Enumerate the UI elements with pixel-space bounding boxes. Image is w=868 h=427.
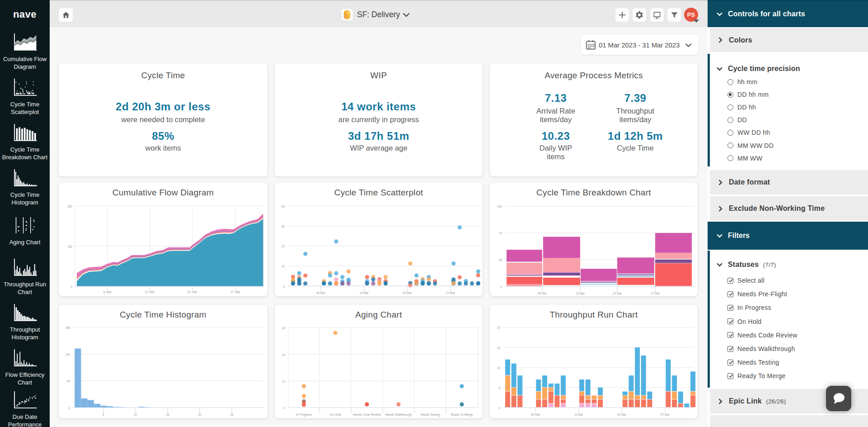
svg-text:30: 30 <box>282 327 286 330</box>
svg-text:20: 20 <box>497 326 501 329</box>
svg-text:Needs Code Review: Needs Code Review <box>353 413 381 416</box>
svg-text:0: 0 <box>283 285 285 288</box>
svg-text:13. Mar: 13. Mar <box>145 290 155 294</box>
svg-text:20 Mar: 20 Mar <box>403 291 412 294</box>
svg-text:50: 50 <box>67 380 70 383</box>
svg-text:20: 20 <box>198 413 202 416</box>
svg-text:20 Mar: 20 Mar <box>617 413 627 416</box>
svg-text:100: 100 <box>67 245 72 248</box>
svg-text:20: 20 <box>282 245 285 248</box>
svg-text:27. Mar: 27. Mar <box>230 290 241 294</box>
svg-text:06 Mar: 06 Mar <box>538 292 547 295</box>
svg-text:70: 70 <box>499 232 502 235</box>
svg-text:10: 10 <box>134 413 137 416</box>
svg-text:15: 15 <box>497 346 501 350</box>
svg-text:25: 25 <box>230 413 234 416</box>
svg-text:0: 0 <box>68 407 70 410</box>
svg-text:27 Mar: 27 Mar <box>446 291 455 294</box>
svg-text:Needs Walkthrough: Needs Walkthrough <box>385 413 412 417</box>
svg-text:In Progress: In Progress <box>296 413 312 417</box>
svg-text:10: 10 <box>497 366 501 370</box>
svg-text:20: 20 <box>282 353 286 356</box>
svg-text:0: 0 <box>498 407 500 410</box>
svg-text:13 Mar: 13 Mar <box>359 291 369 294</box>
svg-text:0: 0 <box>70 285 72 289</box>
svg-text:0: 0 <box>283 407 285 410</box>
svg-text:150: 150 <box>65 326 70 329</box>
svg-text:06 Mar: 06 Mar <box>316 291 326 294</box>
svg-text:Needs Testing: Needs Testing <box>421 413 440 417</box>
svg-text:06 Mar: 06 Mar <box>531 413 540 416</box>
svg-text:5: 5 <box>103 413 104 416</box>
svg-text:27 Mar: 27 Mar <box>651 292 660 295</box>
svg-text:Ready To Merge: Ready To Merge <box>450 413 473 417</box>
svg-text:30: 30 <box>282 225 285 228</box>
svg-text:200: 200 <box>67 205 72 208</box>
svg-text:35: 35 <box>499 258 502 261</box>
svg-text:10: 10 <box>282 265 285 268</box>
svg-text:100: 100 <box>65 353 70 356</box>
svg-text:10: 10 <box>282 380 286 383</box>
svg-text:13 Mar: 13 Mar <box>574 413 583 416</box>
svg-text:105: 105 <box>497 205 502 208</box>
svg-text:20 Mar: 20 Mar <box>613 292 622 295</box>
svg-text:20. Mar: 20. Mar <box>187 290 197 294</box>
svg-text:On Hold: On Hold <box>330 413 341 416</box>
svg-text:6. Mar: 6. Mar <box>103 290 112 294</box>
svg-text:0: 0 <box>500 285 502 289</box>
svg-text:5: 5 <box>498 386 500 389</box>
svg-text:40: 40 <box>282 205 285 208</box>
svg-text:27 Mar: 27 Mar <box>661 413 670 416</box>
svg-text:13 Mar: 13 Mar <box>576 292 585 295</box>
svg-text:15: 15 <box>166 413 169 416</box>
